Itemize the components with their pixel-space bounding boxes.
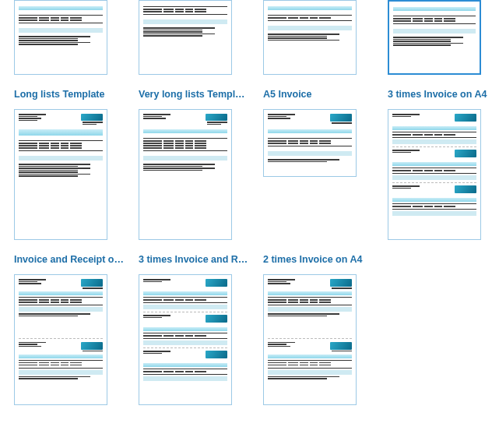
template-label[interactable]: 3 times Invoice and R… [139, 254, 249, 266]
template-label-highlighted[interactable]: Invoice and Receipt o… [14, 254, 125, 266]
template-cell: 3 times Invoice on A4 [388, 89, 498, 240]
template-thumbnail[interactable] [139, 274, 232, 405]
template-thumbnail[interactable] [14, 109, 107, 240]
template-cell [263, 0, 374, 75]
template-thumbnail[interactable] [139, 109, 232, 240]
template-thumbnail[interactable] [263, 274, 357, 405]
template-thumbnail[interactable] [14, 0, 107, 75]
template-label[interactable]: Long lists Template [14, 89, 125, 101]
template-cell [139, 0, 249, 75]
template-cell: A5 Invoice [263, 89, 374, 240]
template-label[interactable]: Very long lists Templ… [139, 89, 249, 101]
template-cell: Long lists Template [14, 89, 125, 240]
template-cell-empty [388, 254, 498, 405]
template-cell: 3 times Invoice and R… [139, 254, 249, 405]
template-label[interactable]: A5 Invoice [263, 89, 374, 101]
template-label[interactable]: 3 times Invoice on A4 [388, 89, 498, 101]
template-cell: 2 times Invoice on A4 [263, 254, 374, 405]
template-cell [14, 0, 125, 75]
template-thumbnail[interactable] [14, 274, 107, 405]
template-cell: Very long lists Templ… [139, 89, 249, 240]
template-thumbnail-selected[interactable] [388, 0, 481, 75]
template-thumbnail[interactable] [388, 109, 481, 240]
template-thumbnail[interactable] [263, 109, 357, 177]
template-cell: Invoice and Receipt o… [14, 254, 125, 405]
template-label[interactable]: 2 times Invoice on A4 [263, 254, 374, 266]
template-cell [388, 0, 498, 75]
template-thumbnail[interactable] [263, 0, 357, 75]
template-grid: Long lists Template Very long lists Temp… [0, 0, 499, 419]
template-thumbnail[interactable] [139, 0, 232, 75]
